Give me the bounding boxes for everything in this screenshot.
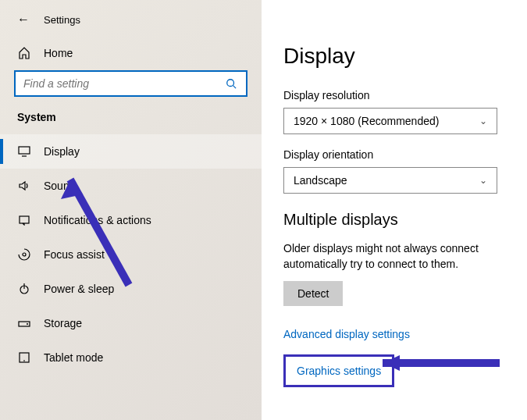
focus-assist-icon — [17, 248, 31, 261]
svg-point-5 — [23, 253, 26, 256]
main-content: Display Display resolution 1920 × 1080 (… — [262, 0, 527, 420]
svg-point-9 — [27, 323, 28, 325]
power-icon — [17, 283, 31, 295]
settings-title: Settings — [44, 14, 80, 26]
tablet-icon — [17, 352, 31, 363]
home-icon — [17, 47, 31, 59]
back-icon[interactable]: ← — [17, 12, 30, 27]
detect-button[interactable]: Detect — [283, 281, 343, 306]
graphics-settings-link[interactable]: Graphics settings — [297, 365, 381, 377]
search-input[interactable] — [23, 77, 224, 90]
header-row: ← Settings — [0, 8, 262, 39]
search-icon — [224, 78, 238, 89]
multiple-displays-text: Older displays might not always connect … — [283, 241, 525, 272]
sidebar-item-label: Display — [44, 145, 80, 158]
orientation-label: Display orientation — [283, 148, 527, 161]
search-box[interactable] — [14, 70, 247, 97]
svg-line-1 — [233, 86, 237, 89]
storage-icon — [17, 319, 31, 328]
resolution-label: Display resolution — [283, 89, 527, 101]
graphics-settings-highlight: Graphics settings — [283, 354, 394, 387]
search-row — [0, 70, 262, 111]
page-title: Display — [283, 44, 527, 69]
sound-icon — [17, 180, 31, 191]
sidebar-item-display[interactable]: Display — [0, 134, 262, 169]
sidebar-item-label: Sound — [44, 180, 75, 192]
sidebar-item-label: Focus assist — [44, 248, 105, 261]
system-heading: System — [0, 111, 262, 134]
sidebar-item-label: Power & sleep — [44, 283, 114, 295]
display-icon — [17, 146, 31, 157]
sidebar-item-home[interactable]: Home — [0, 39, 262, 70]
sidebar-item-storage[interactable]: Storage — [0, 306, 262, 340]
svg-rect-4 — [20, 216, 29, 223]
sidebar-item-label: Notifications & actions — [44, 214, 151, 226]
sidebar-item-label: Tablet mode — [44, 351, 103, 364]
resolution-value: 1920 × 1080 (Recommended) — [294, 115, 439, 127]
svg-rect-2 — [19, 147, 30, 154]
sidebar-item-sound[interactable]: Sound — [0, 169, 262, 203]
sidebar-item-tablet-mode[interactable]: Tablet mode — [0, 340, 262, 375]
svg-point-0 — [227, 80, 234, 87]
sidebar-item-label: Home — [44, 47, 73, 59]
sidebar-item-label: Storage — [44, 317, 82, 329]
orientation-select[interactable]: Landscape ⌄ — [283, 167, 497, 194]
sidebar-item-focus-assist[interactable]: Focus assist — [0, 237, 262, 272]
chevron-down-icon: ⌄ — [479, 116, 487, 126]
chevron-down-icon: ⌄ — [479, 175, 487, 186]
sidebar: ← Settings Home System Display Sound — [0, 0, 262, 420]
sidebar-item-notifications[interactable]: Notifications & actions — [0, 203, 262, 237]
notifications-icon — [17, 215, 31, 226]
multiple-displays-heading: Multiple displays — [283, 211, 527, 229]
advanced-display-link[interactable]: Advanced display settings — [283, 328, 410, 340]
sidebar-item-power-sleep[interactable]: Power & sleep — [0, 272, 262, 306]
orientation-value: Landscape — [294, 174, 347, 187]
resolution-select[interactable]: 1920 × 1080 (Recommended) ⌄ — [283, 108, 497, 134]
